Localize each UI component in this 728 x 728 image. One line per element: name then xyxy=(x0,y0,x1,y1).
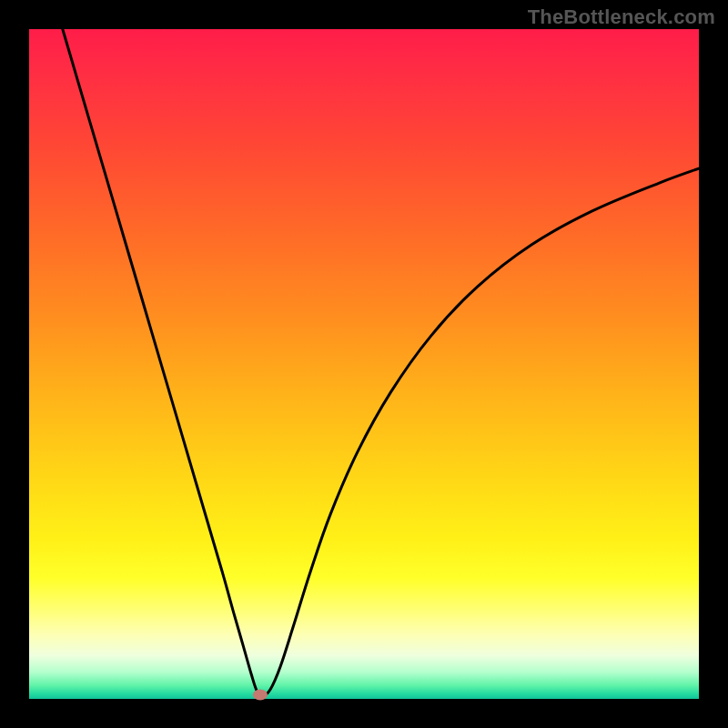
plot-area xyxy=(29,29,699,699)
bottleneck-curve xyxy=(63,29,699,696)
chart-frame: TheBottleneck.com xyxy=(0,0,728,728)
watermark-text: TheBottleneck.com xyxy=(528,5,715,29)
optimum-marker xyxy=(253,690,268,701)
curve-svg xyxy=(29,29,699,699)
